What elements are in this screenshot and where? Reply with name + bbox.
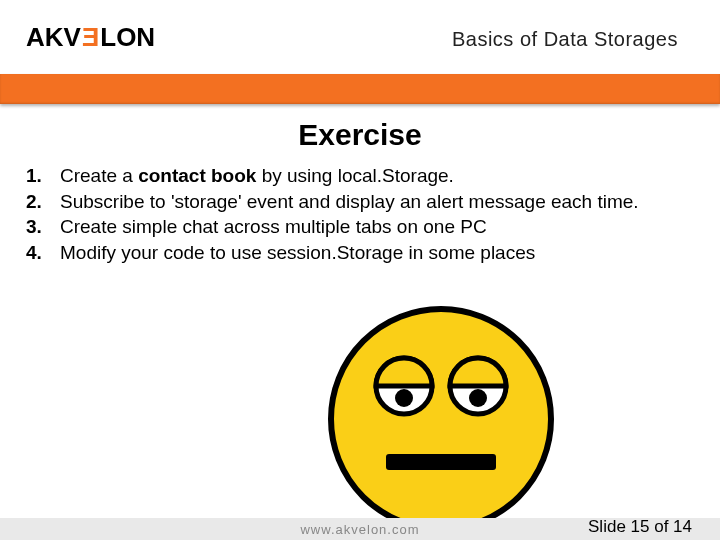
list-number: 3. — [26, 215, 60, 240]
logo-text-1: AKV — [26, 22, 81, 53]
page-title: Exercise — [0, 118, 720, 152]
slide-number: Slide 15 of 14 — [588, 517, 692, 537]
list-text-post: by using local.Storage. — [256, 165, 454, 186]
list-item: 3. Create simple chat across multiple ta… — [26, 215, 694, 240]
logo-e-icon: E — [82, 22, 99, 53]
logo: AKV E LON — [26, 22, 155, 53]
list-number: 2. — [26, 190, 60, 215]
exercise-list: 1. Create a contact book by using local.… — [26, 164, 694, 267]
list-text-pre: Create simple chat across multiple tabs … — [60, 216, 487, 237]
list-item: 4. Modify your code to use session.Stora… — [26, 241, 694, 266]
orange-divider — [0, 74, 720, 104]
header-bar: AKV E LON Basics of Data Storages — [0, 0, 720, 74]
svg-point-3 — [395, 389, 413, 407]
svg-point-0 — [331, 309, 551, 529]
list-item: 1. Create a contact book by using local.… — [26, 164, 694, 189]
face-icon — [326, 304, 556, 534]
svg-rect-5 — [386, 454, 496, 470]
slide: AKV E LON Basics of Data Storages Exerci… — [0, 0, 720, 540]
subtitle: Basics of Data Storages — [452, 28, 678, 51]
logo-text-2: LON — [100, 22, 155, 53]
list-text: Create a contact book by using local.Sto… — [60, 164, 454, 189]
list-text-bold: contact book — [138, 165, 256, 186]
list-number: 4. — [26, 241, 60, 266]
list-text: Create simple chat across multiple tabs … — [60, 215, 487, 240]
list-text: Subscribe to 'storage' event and display… — [60, 190, 639, 215]
list-text: Modify your code to use session.Storage … — [60, 241, 535, 266]
list-number: 1. — [26, 164, 60, 189]
list-text-pre: Create a — [60, 165, 138, 186]
list-item: 2. Subscribe to 'storage' event and disp… — [26, 190, 694, 215]
list-text-pre: Subscribe to 'storage' event and display… — [60, 191, 639, 212]
list-text-pre: Modify your code to use session.Storage … — [60, 242, 535, 263]
svg-point-4 — [469, 389, 487, 407]
